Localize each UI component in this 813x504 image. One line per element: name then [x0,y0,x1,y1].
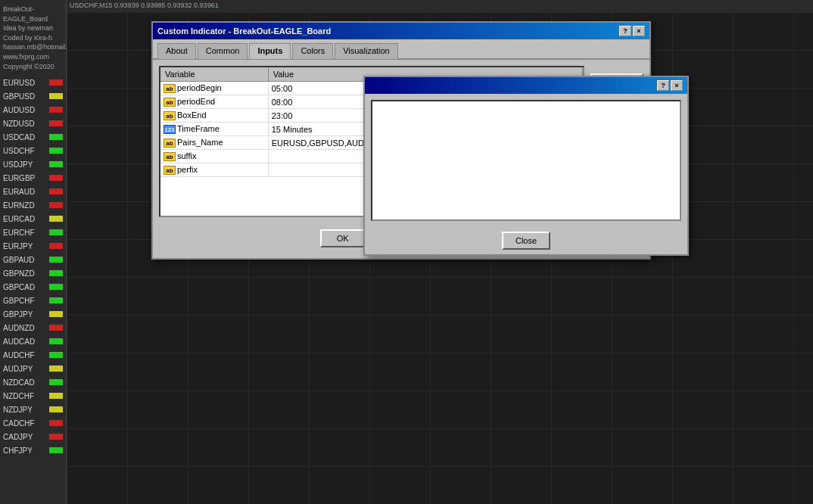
currency-row-nzdchf[interactable]: NZDCHF [2,389,64,403]
currency-bar [49,366,63,372]
tab-common[interactable]: Common [198,43,248,59]
currency-name: USDJPY [3,160,48,169]
table-cell-variable: abperfix [160,163,268,177]
currency-row-audchf[interactable]: AUDCHF [2,348,64,362]
currency-row-gbpnzd[interactable]: GBPNZD [2,266,64,280]
currency-bar [49,338,63,344]
currency-bar [49,188,63,194]
currency-row-cadjpy[interactable]: CADJPY [2,430,64,443]
currency-bar [49,79,63,86]
secondary-close-button[interactable]: × [671,80,683,91]
dialog-title-buttons: ? × [619,26,645,36]
sidebar-line-5: www.fxprg.com [3,52,63,62]
currency-bar [49,270,63,276]
secondary-title-buttons: ? × [657,80,683,91]
dialog-secondary: ? × Close [363,76,689,256]
currency-name: NZDJPY [3,406,48,414]
currency-row-audusd[interactable]: AUDUSD [2,103,64,117]
row-type-icon: ab [164,111,176,120]
currency-row-eurnzd[interactable]: EURNZD [2,198,64,212]
currency-row-gbpcad[interactable]: GBPCAD [2,280,64,294]
currency-name: NZDCHF [3,392,48,400]
dialog-titlebar: Custom Indicator - BreakOut-EAGLE_Board … [153,23,649,39]
currency-row-usdcad[interactable]: USDCAD [2,130,64,144]
currency-row-eurgbp[interactable]: EURGBP [2,171,64,185]
currency-bar [49,134,63,140]
currency-bar [49,120,63,126]
currency-bar [49,216,63,222]
secondary-close-btn[interactable]: Close [502,232,550,250]
tab-bar: About Common Inputs Colors Visualization [153,39,649,60]
currency-row-gbpjpy[interactable]: GBPJPY [2,307,64,321]
table-cell-variable: abBoxEnd [160,109,268,123]
currency-row-eurjpy[interactable]: EURJPY [2,239,64,253]
tab-colors[interactable]: Colors [292,43,333,59]
currency-name: EURAUD [3,188,48,196]
secondary-help-button[interactable]: ? [657,80,669,91]
currency-row-gbpaud[interactable]: GBPAUD [2,253,64,266]
currency-row-nzdusd[interactable]: NZDUSD [2,117,64,130]
dialog-close-button[interactable]: × [633,26,645,36]
currency-name: GBPAUD [3,256,48,264]
sidebar-header: BreakOut-EAGLE_Board Idea by newman Code… [2,3,64,73]
currency-row-nzdjpy[interactable]: NZDJPY [2,403,64,416]
currency-bar [49,107,63,113]
currency-name: CADJPY [3,433,48,441]
table-cell-variable: abperiodBegin [160,82,268,95]
ok-button[interactable]: OK [320,229,366,247]
currency-name: GBPJPY [3,310,48,319]
currency-name: CHFJPY [3,446,48,455]
currency-bar [49,393,63,399]
secondary-bottom: Close [365,227,687,254]
currency-name: GBPCHF [3,297,48,305]
currency-name: GBPUSD [3,92,48,101]
col-variable: Variable [160,67,268,82]
currency-bar [49,379,63,385]
sidebar-line-3: Coded by Kira-h [3,33,63,43]
sidebar: BreakOut-EAGLE_Board Idea by newman Code… [0,0,67,504]
currency-list: EURUSDGBPUSDAUDUSDNZDUSDUSDCADUSDCHFUSDJ… [2,76,64,457]
currency-row-audjpy[interactable]: AUDJPY [2,362,64,375]
currency-row-cadchf[interactable]: CADCHF [2,416,64,430]
currency-bar [49,311,63,317]
currency-bar [49,325,63,331]
secondary-dialog-titlebar: ? × [365,77,687,94]
currency-row-chfjpy[interactable]: CHFJPY [2,443,64,457]
sidebar-line-1: BreakOut-EAGLE_Board [3,5,63,23]
sidebar-line-6: Copyright ©2020 [3,62,63,72]
currency-row-gbpusd[interactable]: GBPUSD [2,89,64,103]
currency-bar [49,161,63,167]
dialog-title-text: Custom Indicator - BreakOut-EAGLE_Board [157,26,331,36]
currency-bar [49,257,63,263]
table-cell-variable: abperiodEnd [160,95,268,109]
currency-row-usdjpy[interactable]: USDJPY [2,157,64,171]
sidebar-line-4: hassan.mb@hotmail.com [3,42,63,52]
currency-bar [49,229,63,235]
dialog-help-button[interactable]: ? [619,26,631,36]
currency-name: EURNZD [3,201,48,210]
currency-name: NZDCAD [3,378,48,387]
currency-row-eurcad[interactable]: EURCAD [2,212,64,226]
currency-row-euraud[interactable]: EURAUD [2,185,64,198]
currency-row-audnzd[interactable]: AUDNZD [2,321,64,334]
currency-row-eurchf[interactable]: EURCHF [2,226,64,239]
currency-row-nzdcad[interactable]: NZDCAD [2,375,64,389]
row-type-icon: ab [164,98,176,107]
currency-bar [49,420,63,426]
currency-name: AUDNZD [3,324,48,332]
tab-about[interactable]: About [157,43,196,59]
currency-bar [49,297,63,303]
tab-inputs[interactable]: Inputs [249,43,291,59]
currency-name: AUDCAD [3,338,48,346]
row-type-icon: ab [164,166,176,175]
currency-row-usdchf[interactable]: USDCHF [2,144,64,157]
currency-name: EURCHF [3,229,48,237]
currency-row-gbpchf[interactable]: GBPCHF [2,294,64,307]
currency-row-audcad[interactable]: AUDCAD [2,334,64,348]
table-cell-variable: 123TimeFrame [160,123,268,136]
sidebar-line-2: Idea by newman [3,23,63,33]
currency-row-eurusd[interactable]: EURUSD [2,76,64,89]
currency-bar [49,243,63,249]
currency-name: USDCHF [3,147,48,155]
tab-visualization[interactable]: Visualization [335,43,398,59]
